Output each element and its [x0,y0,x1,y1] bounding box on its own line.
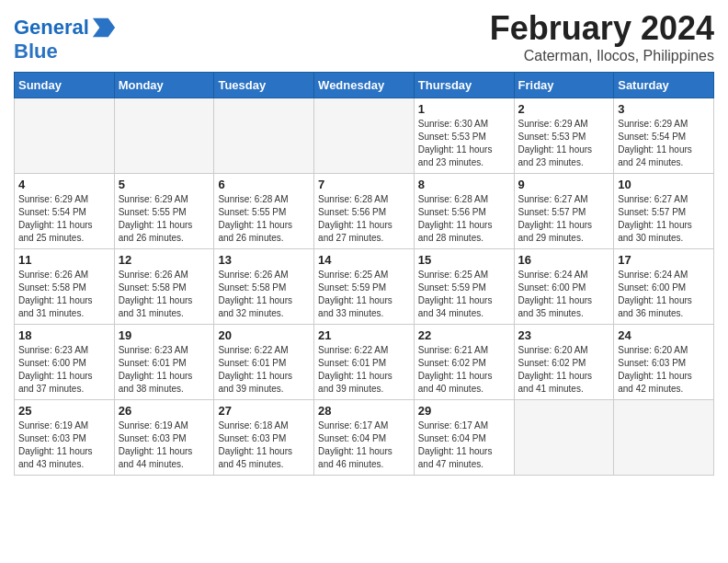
day-info: Sunrise: 6:19 AM Sunset: 6:03 PM Dayligh… [18,419,110,471]
day-info: Sunrise: 6:28 AM Sunset: 5:56 PM Dayligh… [318,193,410,245]
day-info: Sunrise: 6:30 AM Sunset: 5:53 PM Dayligh… [418,118,510,169]
day-info: Sunrise: 6:20 AM Sunset: 6:03 PM Dayligh… [618,344,710,396]
calendar-cell [614,400,714,476]
calendar-cell: 24Sunrise: 6:20 AM Sunset: 6:03 PM Dayli… [614,325,714,400]
day-info: Sunrise: 6:25 AM Sunset: 5:59 PM Dayligh… [418,269,510,320]
calendar-cell: 3Sunrise: 6:29 AM Sunset: 5:54 PM Daylig… [614,98,714,174]
calendar-cell: 26Sunrise: 6:19 AM Sunset: 6:03 PM Dayli… [114,400,214,476]
calendar-week-row: 11Sunrise: 6:26 AM Sunset: 5:58 PM Dayli… [15,249,714,325]
weekday-header-thursday: Thursday [414,73,514,98]
month-title: February 2024 [490,9,714,48]
calendar-week-row: 1Sunrise: 6:30 AM Sunset: 5:53 PM Daylig… [15,98,714,174]
day-number: 18 [18,328,110,342]
weekday-header-sunday: Sunday [15,73,115,98]
day-number: 29 [418,404,510,418]
weekday-header-row: SundayMondayTuesdayWednesdayThursdayFrid… [15,73,714,98]
calendar-cell: 13Sunrise: 6:26 AM Sunset: 5:58 PM Dayli… [214,249,314,325]
calendar-cell: 22Sunrise: 6:21 AM Sunset: 6:02 PM Dayli… [414,325,514,400]
day-info: Sunrise: 6:26 AM Sunset: 5:58 PM Dayligh… [218,269,310,320]
calendar-cell: 17Sunrise: 6:24 AM Sunset: 6:00 PM Dayli… [614,249,714,325]
day-info: Sunrise: 6:17 AM Sunset: 6:04 PM Dayligh… [418,419,510,471]
calendar-cell: 18Sunrise: 6:23 AM Sunset: 6:00 PM Dayli… [15,325,115,400]
day-number: 1 [418,102,510,116]
day-info: Sunrise: 6:29 AM Sunset: 5:53 PM Dayligh… [518,118,610,169]
day-number: 21 [318,328,410,342]
calendar-cell: 7Sunrise: 6:28 AM Sunset: 5:56 PM Daylig… [314,174,415,249]
day-info: Sunrise: 6:19 AM Sunset: 6:03 PM Dayligh… [119,419,210,471]
day-number: 12 [119,253,210,267]
calendar-cell: 1Sunrise: 6:30 AM Sunset: 5:53 PM Daylig… [414,98,514,174]
day-number: 3 [618,102,710,116]
calendar-cell [214,98,314,174]
weekday-header-saturday: Saturday [614,73,714,98]
day-info: Sunrise: 6:29 AM Sunset: 5:54 PM Dayligh… [618,118,710,169]
day-info: Sunrise: 6:21 AM Sunset: 6:02 PM Dayligh… [418,344,510,396]
day-info: Sunrise: 6:28 AM Sunset: 5:56 PM Dayligh… [418,193,510,245]
day-number: 25 [18,404,110,418]
day-info: Sunrise: 6:29 AM Sunset: 5:54 PM Dayligh… [18,193,110,245]
header: General Blue February 2024 Caterman, Ilo… [14,9,714,64]
day-number: 22 [418,328,510,342]
calendar-cell: 25Sunrise: 6:19 AM Sunset: 6:03 PM Dayli… [15,400,115,476]
calendar-cell: 12Sunrise: 6:26 AM Sunset: 5:58 PM Dayli… [114,249,214,325]
svg-marker-0 [93,18,115,38]
day-info: Sunrise: 6:20 AM Sunset: 6:02 PM Dayligh… [518,344,610,396]
day-number: 27 [218,404,310,418]
day-info: Sunrise: 6:23 AM Sunset: 6:01 PM Dayligh… [119,344,210,396]
day-info: Sunrise: 6:23 AM Sunset: 6:00 PM Dayligh… [18,344,110,396]
day-number: 16 [518,253,610,267]
calendar-cell: 15Sunrise: 6:25 AM Sunset: 5:59 PM Dayli… [414,249,514,325]
calendar-cell: 2Sunrise: 6:29 AM Sunset: 5:53 PM Daylig… [514,98,614,174]
day-number: 2 [518,102,610,116]
title-area: February 2024 Caterman, Ilocos, Philippi… [490,9,714,64]
calendar-cell: 21Sunrise: 6:22 AM Sunset: 6:01 PM Dayli… [314,325,415,400]
logo-icon [91,15,117,40]
day-number: 20 [218,328,310,342]
weekday-header-wednesday: Wednesday [314,73,415,98]
calendar-week-row: 4Sunrise: 6:29 AM Sunset: 5:54 PM Daylig… [15,174,714,249]
day-number: 10 [618,178,710,191]
day-number: 7 [318,178,410,191]
day-number: 17 [618,253,710,267]
day-info: Sunrise: 6:24 AM Sunset: 6:00 PM Dayligh… [518,269,610,320]
logo: General Blue [14,15,117,63]
calendar-cell: 11Sunrise: 6:26 AM Sunset: 5:58 PM Dayli… [15,249,115,325]
day-info: Sunrise: 6:28 AM Sunset: 5:55 PM Dayligh… [218,193,310,245]
day-info: Sunrise: 6:22 AM Sunset: 6:01 PM Dayligh… [318,344,410,396]
calendar-cell [314,98,415,174]
day-info: Sunrise: 6:27 AM Sunset: 5:57 PM Dayligh… [618,193,710,245]
calendar-cell: 4Sunrise: 6:29 AM Sunset: 5:54 PM Daylig… [15,174,115,249]
day-number: 15 [418,253,510,267]
logo-text: General [14,17,89,39]
day-info: Sunrise: 6:27 AM Sunset: 5:57 PM Dayligh… [518,193,610,245]
calendar-cell [114,98,214,174]
day-number: 4 [18,178,110,191]
day-info: Sunrise: 6:26 AM Sunset: 5:58 PM Dayligh… [18,269,110,320]
day-number: 23 [518,328,610,342]
calendar-cell [514,400,614,476]
day-number: 14 [318,253,410,267]
weekday-header-friday: Friday [514,73,614,98]
day-number: 26 [119,404,210,418]
day-info: Sunrise: 6:25 AM Sunset: 5:59 PM Dayligh… [318,269,410,320]
calendar-table: SundayMondayTuesdayWednesdayThursdayFrid… [14,72,714,476]
day-info: Sunrise: 6:26 AM Sunset: 5:58 PM Dayligh… [119,269,210,320]
calendar-cell: 19Sunrise: 6:23 AM Sunset: 6:01 PM Dayli… [114,325,214,400]
weekday-header-tuesday: Tuesday [214,73,314,98]
calendar-cell [15,98,115,174]
calendar-cell: 9Sunrise: 6:27 AM Sunset: 5:57 PM Daylig… [514,174,614,249]
calendar-week-row: 25Sunrise: 6:19 AM Sunset: 6:03 PM Dayli… [15,400,714,476]
calendar-cell: 10Sunrise: 6:27 AM Sunset: 5:57 PM Dayli… [614,174,714,249]
location-title: Caterman, Ilocos, Philippines [490,48,714,64]
calendar-cell: 27Sunrise: 6:18 AM Sunset: 6:03 PM Dayli… [214,400,314,476]
day-number: 13 [218,253,310,267]
calendar-cell: 6Sunrise: 6:28 AM Sunset: 5:55 PM Daylig… [214,174,314,249]
day-info: Sunrise: 6:18 AM Sunset: 6:03 PM Dayligh… [218,419,310,471]
calendar-cell: 5Sunrise: 6:29 AM Sunset: 5:55 PM Daylig… [114,174,214,249]
logo-blue-text: Blue [14,40,117,63]
day-info: Sunrise: 6:29 AM Sunset: 5:55 PM Dayligh… [119,193,210,245]
day-number: 19 [119,328,210,342]
calendar-cell: 16Sunrise: 6:24 AM Sunset: 6:00 PM Dayli… [514,249,614,325]
calendar-cell: 28Sunrise: 6:17 AM Sunset: 6:04 PM Dayli… [314,400,415,476]
calendar-cell: 8Sunrise: 6:28 AM Sunset: 5:56 PM Daylig… [414,174,514,249]
